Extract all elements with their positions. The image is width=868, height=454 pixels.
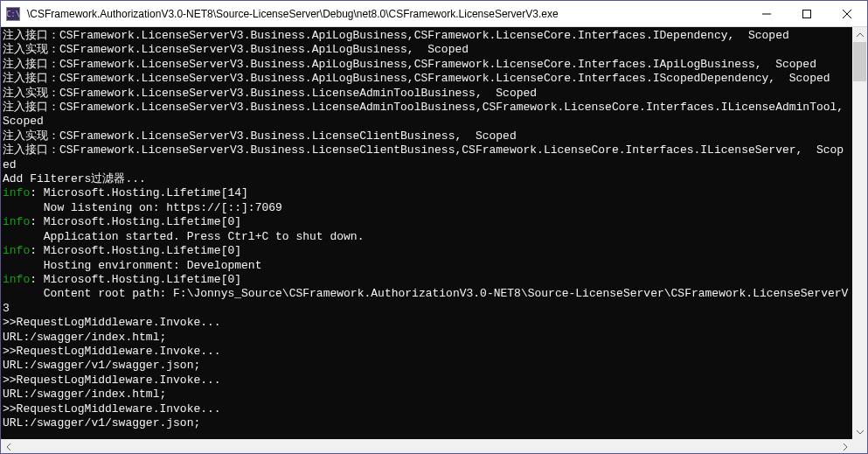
log-text: : Microsoft.Hosting.Lifetime[0] bbox=[30, 273, 241, 286]
log-text: : Microsoft.Hosting.Lifetime[0] bbox=[30, 244, 241, 257]
log-text: Application started. Press Ctrl+C to shu… bbox=[3, 230, 364, 243]
scrollbar-corner bbox=[852, 439, 867, 454]
console-line: 注入接口：CSFramework.LicenseServerV3.Busines… bbox=[3, 72, 849, 86]
console-line: 注入接口：CSFramework.LicenseServerV3.Busines… bbox=[3, 143, 849, 172]
log-text: >>RequestLogMiddleware.Invoke... bbox=[3, 374, 221, 387]
chevron-up-icon bbox=[857, 31, 864, 38]
console-line: URL:/swagger/v1/swagger.json; bbox=[3, 416, 849, 430]
log-text: >>RequestLogMiddleware.Invoke... bbox=[3, 316, 221, 329]
log-text: URL:/swagger/index.html; bbox=[3, 388, 166, 401]
log-level-info: info bbox=[3, 244, 30, 257]
minimize-icon bbox=[762, 10, 771, 18]
console-output[interactable]: 注入接口：CSFramework.LicenseServerV3.Busines… bbox=[1, 27, 852, 454]
log-text: URL:/swagger/index.html; bbox=[3, 331, 166, 344]
log-text: Add Filterers过滤器... bbox=[3, 172, 146, 185]
console-line: URL:/swagger/v1/swagger.json; bbox=[3, 359, 849, 373]
log-text: 注入接口：CSFramework.LicenseServerV3.Busines… bbox=[3, 58, 816, 71]
console-line: Content root path: F:\Jonnys_Source\CSFr… bbox=[3, 287, 849, 316]
console-line: >>RequestLogMiddleware.Invoke... bbox=[3, 402, 849, 416]
console-line: info: Microsoft.Hosting.Lifetime[0] bbox=[3, 244, 849, 258]
svg-rect-1 bbox=[803, 10, 811, 17]
log-text: 注入接口：CSFramework.LicenseServerV3.Busines… bbox=[3, 143, 844, 171]
log-level-info: info bbox=[3, 215, 30, 228]
minimize-button[interactable] bbox=[746, 1, 787, 27]
console-line: 注入接口：CSFramework.LicenseServerV3.Busines… bbox=[3, 101, 849, 129]
console-line: 注入接口：CSFramework.LicenseServerV3.Busines… bbox=[3, 58, 849, 72]
console-line: URL:/swagger/index.html; bbox=[3, 388, 849, 402]
vertical-scrollbar[interactable] bbox=[852, 27, 867, 454]
scroll-down-arrow[interactable] bbox=[852, 424, 867, 439]
scroll-right-arrow[interactable] bbox=[837, 439, 852, 454]
log-text: 注入接口：CSFramework.LicenseServerV3.Busines… bbox=[3, 29, 789, 42]
chevron-right-icon bbox=[842, 444, 849, 451]
window-titlebar[interactable]: C:\ \CSFramework.AuthorizationV3.0-NET8\… bbox=[1, 1, 867, 27]
log-text: 注入实现：CSFramework.LicenseServerV3.Busines… bbox=[3, 129, 517, 143]
log-text: URL:/swagger/v1/swagger.json; bbox=[3, 359, 200, 372]
console-line: 注入接口：CSFramework.LicenseServerV3.Busines… bbox=[3, 29, 849, 43]
log-text: >>RequestLogMiddleware.Invoke... bbox=[3, 345, 221, 358]
scroll-up-arrow[interactable] bbox=[852, 27, 867, 42]
log-level-info: info bbox=[3, 186, 30, 199]
console-line: URL:/swagger/index.html; bbox=[3, 331, 849, 345]
console-line: >>RequestLogMiddleware.Invoke... bbox=[3, 345, 849, 359]
horizontal-scrollbar[interactable] bbox=[1, 439, 867, 454]
scrollbar-thumb[interactable] bbox=[853, 42, 866, 81]
console-line: 注入实现：CSFramework.LicenseServerV3.Busines… bbox=[3, 43, 849, 57]
window-title: \CSFramework.AuthorizationV3.0-NET8\Sour… bbox=[25, 8, 746, 20]
app-icon: C:\ bbox=[6, 7, 20, 21]
log-text: 注入接口：CSFramework.LicenseServerV3.Busines… bbox=[3, 101, 852, 128]
title-path: \CSFramework.AuthorizationV3.0-NET8\Sour… bbox=[27, 8, 559, 20]
console-line: Now listening on: https://[::]:7069 bbox=[3, 201, 849, 215]
log-text: 注入接口：CSFramework.LicenseServerV3.Busines… bbox=[3, 72, 830, 85]
console-line: Add Filterers过滤器... bbox=[3, 172, 849, 186]
scroll-left-arrow[interactable] bbox=[1, 439, 16, 454]
close-icon bbox=[843, 10, 851, 18]
log-text: Content root path: F:\Jonnys_Source\CSFr… bbox=[3, 287, 848, 314]
chevron-down-icon bbox=[857, 429, 864, 436]
console-line: info: Microsoft.Hosting.Lifetime[0] bbox=[3, 215, 849, 229]
log-text: : Microsoft.Hosting.Lifetime[14] bbox=[30, 186, 248, 199]
log-text: 注入实现：CSFramework.LicenseServerV3.Busines… bbox=[3, 43, 469, 56]
console-line: info: Microsoft.Hosting.Lifetime[14] bbox=[3, 186, 849, 200]
log-text: >>RequestLogMiddleware.Invoke... bbox=[3, 402, 221, 416]
console-line: info: Microsoft.Hosting.Lifetime[0] bbox=[3, 273, 849, 287]
console-line: Hosting environment: Development bbox=[3, 259, 849, 273]
console-line: 注入实现：CSFramework.LicenseServerV3.Busines… bbox=[3, 129, 849, 143]
console-line: >>RequestLogMiddleware.Invoke... bbox=[3, 374, 849, 388]
chevron-left-icon bbox=[5, 444, 12, 451]
maximize-button[interactable] bbox=[787, 1, 827, 27]
maximize-icon bbox=[802, 10, 811, 18]
log-level-info: info bbox=[3, 273, 30, 286]
log-text: URL:/swagger/v1/swagger.json; bbox=[3, 416, 200, 430]
log-text: Now listening on: https://[::]:7069 bbox=[3, 201, 282, 214]
console-line: >>RequestLogMiddleware.Invoke... bbox=[3, 316, 849, 330]
console-area: 注入接口：CSFramework.LicenseServerV3.Busines… bbox=[1, 27, 867, 454]
close-button[interactable] bbox=[827, 1, 867, 27]
log-text: 注入实现：CSFramework.LicenseServerV3.Busines… bbox=[3, 87, 537, 100]
log-text: : Microsoft.Hosting.Lifetime[0] bbox=[30, 215, 241, 228]
console-line: Application started. Press Ctrl+C to shu… bbox=[3, 230, 849, 244]
console-line: 注入实现：CSFramework.LicenseServerV3.Busines… bbox=[3, 87, 849, 101]
log-text: Hosting environment: Development bbox=[3, 259, 261, 272]
